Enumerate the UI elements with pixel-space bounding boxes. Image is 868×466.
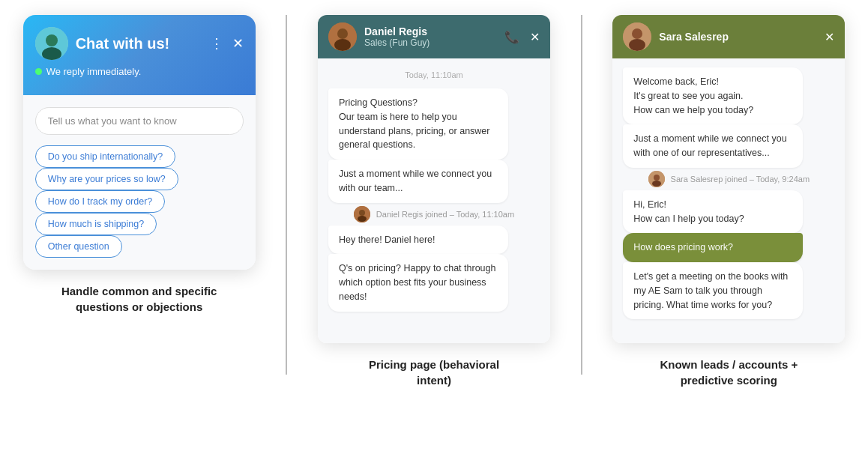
phone-icon[interactable]: 📞	[504, 30, 519, 44]
header-icons-3: ✕	[825, 30, 834, 44]
chat-title-1: Chat with us!	[76, 35, 202, 52]
quick-button[interactable]: Do you ship internationally?	[35, 145, 176, 168]
agent-joined: Sara Salesrep joined – Today, 9:24am	[623, 171, 834, 187]
close-icon-1[interactable]: ✕	[232, 35, 244, 52]
caption-3: Known leads / accounts + predictive scor…	[646, 357, 811, 388]
joined-text: Sara Salesrep joined – Today, 9:24am	[671, 175, 810, 184]
bubble-left: Just a moment while we connect you with …	[623, 124, 803, 168]
chat-widget-3: Sara Salesrep ✕ Welcome back, Eric! It's…	[612, 15, 845, 343]
header-icons-2: 📞 ✕	[504, 30, 540, 44]
avatar-3	[623, 22, 651, 51]
chat-body-1: Tell us what you want to know Do you shi…	[23, 95, 256, 270]
online-status: We reply immediately.	[35, 66, 244, 77]
online-text: We reply immediately.	[46, 66, 142, 77]
chat-header-2: Daniel Regis Sales (Fun Guy) 📞 ✕	[318, 15, 550, 58]
svg-point-13	[654, 175, 660, 181]
caption-2: Pricing page (behavioral intent)	[352, 357, 516, 388]
online-dot	[35, 68, 42, 75]
chat-widget-1: Chat with us! ⋮ ✕ We reply immediately. …	[23, 15, 256, 270]
svg-point-10	[632, 28, 642, 39]
bubble-left: Pricing Questions? Our team is here to h…	[328, 88, 508, 160]
chat-header-1: Chat with us! ⋮ ✕ We reply immediately.	[23, 15, 256, 95]
chat-widget-2: Daniel Regis Sales (Fun Guy) 📞 ✕ Today, …	[318, 15, 550, 343]
bubble-left: Just a moment while we connect you with …	[328, 160, 508, 203]
agent-name-3: Sara Salesrep	[659, 31, 729, 43]
divider-2	[581, 15, 582, 375]
quick-button[interactable]: How much is shipping?	[35, 213, 157, 235]
chat-body-3: Welcome back, Eric! It's great to see yo…	[612, 58, 845, 343]
chat-body-2: Today, 11:10am Pricing Questions? Our te…	[318, 58, 550, 343]
bubble-right: How does pricing work?	[623, 233, 803, 262]
menu-dots-icon[interactable]: ⋮	[210, 35, 223, 52]
bubble-left: Let's get a meeting on the books with my…	[623, 262, 803, 319]
caption-1: Handle common and specific questions or …	[57, 283, 222, 315]
close-icon-2[interactable]: ✕	[530, 30, 540, 44]
avatar-1	[35, 27, 68, 60]
svg-point-11	[629, 39, 645, 51]
header-icons-1: ⋮ ✕	[210, 35, 244, 52]
agent-joined: Daniel Regis joined – Today, 11:10am	[328, 206, 540, 223]
timestamp-2: Today, 11:10am	[328, 70, 540, 79]
quick-buttons-list: Do you ship internationally?Why are your…	[35, 145, 244, 258]
divider-1	[286, 15, 287, 375]
agent-role-2: Sales (Fun Guy)	[364, 37, 430, 48]
messages-2: Pricing Questions? Our team is here to h…	[328, 88, 540, 312]
panel-1: Chat with us! ⋮ ✕ We reply immediately. …	[15, 15, 263, 315]
bubble-left: Hi, Eric! How can I help you today?	[623, 190, 803, 234]
bubble-left: Welcome back, Eric! It's great to see yo…	[623, 67, 803, 124]
joined-text: Daniel Regis joined – Today, 11:10am	[376, 210, 514, 219]
svg-point-8	[358, 216, 367, 222]
chat-header-3: Sara Salesrep ✕	[612, 15, 845, 58]
svg-point-1	[46, 34, 58, 46]
quick-button[interactable]: How do I track my order?	[35, 190, 166, 213]
svg-point-4	[337, 28, 348, 39]
svg-point-14	[652, 181, 661, 187]
search-input-bar[interactable]: Tell us what you want to know	[35, 107, 244, 135]
agent-info-3: Sara Salesrep	[659, 31, 729, 43]
bubble-left: Q's on pricing? Happy to chat through wh…	[328, 254, 508, 311]
panel-3: Sara Salesrep ✕ Welcome back, Eric! It's…	[605, 15, 853, 388]
avatar-2	[328, 22, 357, 51]
svg-point-5	[334, 39, 351, 51]
panel-2: Daniel Regis Sales (Fun Guy) 📞 ✕ Today, …	[310, 15, 558, 388]
close-icon-3[interactable]: ✕	[825, 30, 834, 44]
messages-3: Welcome back, Eric! It's great to see yo…	[623, 67, 834, 319]
quick-button[interactable]: Why are your prices so low?	[35, 168, 178, 190]
svg-point-7	[359, 210, 365, 216]
agent-name-2: Daniel Regis	[364, 25, 430, 37]
bubble-left: Hey there! Daniel here!	[328, 226, 508, 255]
agent-info-2: Daniel Regis Sales (Fun Guy)	[364, 25, 430, 48]
panels-container: Chat with us! ⋮ ✕ We reply immediately. …	[15, 15, 853, 388]
quick-button[interactable]: Other question	[35, 235, 122, 258]
